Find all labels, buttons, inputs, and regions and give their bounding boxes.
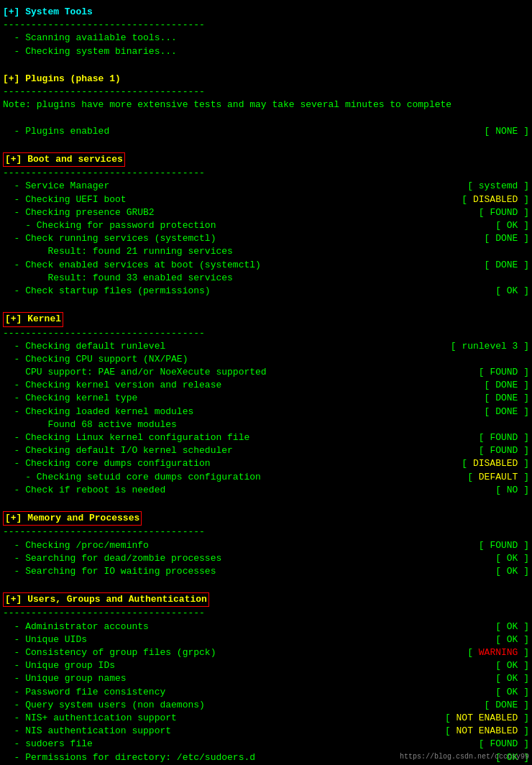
divider-5: ------------------------------------ xyxy=(3,526,529,539)
grub2-status: [ FOUND ] xyxy=(479,206,529,219)
nisplus-auth-line: - NIS+ authentication support [ NOT ENAB… xyxy=(3,712,529,725)
cpu-support-line: - Checking CPU support (NX/PAE) xyxy=(3,353,529,366)
meminfo-status: [ FOUND ] xyxy=(479,539,529,552)
sudoers-file-line: - sudoers file [ FOUND ] xyxy=(3,738,529,751)
grub2-password-line: - Checking for password protection [ OK … xyxy=(3,219,529,232)
core-dumps-text: - Checking core dumps configuration xyxy=(3,457,211,470)
system-tools-header: [+] System Tools xyxy=(3,6,529,19)
password-consistency-text: - Password file consistency xyxy=(3,686,165,699)
runlevel-text: - Checking default runlevel xyxy=(3,340,165,353)
meminfo-line: - Checking /proc/meminfo [ FOUND ] xyxy=(3,539,529,552)
running-services-result: Result: found 21 running services xyxy=(3,245,529,258)
runlevel-status: [ runlevel 3 ] xyxy=(451,340,529,353)
plugins-header: [+] Plugins (phase 1) xyxy=(3,73,529,86)
cpu-support-status: [ FOUND ] xyxy=(479,366,529,379)
runlevel-line: - Checking default runlevel [ runlevel 3… xyxy=(3,340,529,353)
uefi-boot-text: - Checking UEFI boot xyxy=(3,193,127,206)
unique-uids-text: - Unique UIDs xyxy=(3,633,87,646)
divider-2: ------------------------------------ xyxy=(3,86,529,99)
unique-uids-line: - Unique UIDs [ OK ] xyxy=(3,633,529,646)
nisplus-auth-status: [ NOT ENABLED ] xyxy=(445,712,529,725)
watermark: https://blog.csdn.net/ccccsy99 xyxy=(400,752,529,762)
meminfo-text: - Checking /proc/meminfo xyxy=(3,539,149,552)
sudoers-dir-text: - Permissions for directory: /etc/sudoer… xyxy=(3,751,255,764)
nis-auth-text: - NIS authentication support xyxy=(3,725,171,738)
startup-files-text: - Check startup files (permissions) xyxy=(3,285,211,298)
service-manager-text: - Service Manager xyxy=(3,180,109,193)
password-consistency-line: - Password file consistency [ OK ] xyxy=(3,686,529,699)
section-plugins: [+] Plugins (phase 1) ------------------… xyxy=(3,73,529,151)
uefi-boot-line: - Checking UEFI boot [ DISABLED ] xyxy=(3,193,529,206)
io-waiting-text: - Searching for IO waiting processes xyxy=(3,565,216,578)
unique-group-ids-line: - Unique group IDs [ OK ] xyxy=(3,659,529,672)
section-users-groups: [+] Users, Groups and Authentication ---… xyxy=(3,592,529,764)
system-users-line: - Query system users (non daemons) [ DON… xyxy=(3,699,529,712)
io-scheduler-line: - Checking default I/O kernel scheduler … xyxy=(3,444,529,457)
grub2-password-text: - Checking for password protection xyxy=(3,219,216,232)
cpu-support-detail-text: CPU support: PAE and/or NoeXecute suppor… xyxy=(3,366,267,379)
admin-accounts-line: - Administrator accounts [ OK ] xyxy=(3,620,529,633)
kernel-version-line: - Checking kernel version and release [ … xyxy=(3,379,529,392)
unique-group-names-line: - Unique group names [ OK ] xyxy=(3,672,529,685)
terminal-output: [+] System Tools -----------------------… xyxy=(3,6,529,764)
section-system-tools: [+] System Tools -----------------------… xyxy=(3,6,529,71)
setuid-core-dumps-line: - Checking setuid core dumps configurati… xyxy=(3,471,529,484)
kernel-modules-status: [ DONE ] xyxy=(485,406,529,418)
group-files-status: [ WARNING ] xyxy=(467,646,529,659)
kernel-modules-line: - Checking loaded kernel modules [ DONE … xyxy=(3,406,529,418)
kernel-config-status: [ FOUND ] xyxy=(479,431,529,444)
enabled-services-result: Result: found 33 enabled services xyxy=(3,272,529,285)
kernel-header: [+] Kernel xyxy=(3,312,529,326)
sudoers-file-text: - sudoers file xyxy=(3,738,93,751)
startup-files-status: [ OK ] xyxy=(495,285,529,298)
nis-auth-status: [ NOT ENABLED ] xyxy=(445,725,529,738)
kernel-config-line: - Checking Linux kernel configuration fi… xyxy=(3,431,529,444)
group-files-line: - Consistency of group files (grpck) [ W… xyxy=(3,646,529,659)
kernel-version-status: [ DONE ] xyxy=(485,379,529,392)
divider-4: ------------------------------------ xyxy=(3,327,529,340)
section-boot-services: [+] Boot and services ------------------… xyxy=(3,152,529,311)
plugins-enabled-line: - Plugins enabled [ NONE ] xyxy=(3,125,529,138)
io-scheduler-text: - Checking default I/O kernel scheduler xyxy=(3,444,233,457)
unique-uids-status: [ OK ] xyxy=(495,633,529,646)
admin-accounts-status: [ OK ] xyxy=(495,620,529,633)
unique-group-ids-text: - Unique group IDs xyxy=(3,659,115,672)
enabled-services-line: - Check enabled services at boot (system… xyxy=(3,259,529,272)
section-memory-processes: [+] Memory and Processes ---------------… xyxy=(3,511,529,591)
running-services-line: - Check running services (systemctl) [ D… xyxy=(3,232,529,245)
zombie-processes-status: [ OK ] xyxy=(495,552,529,565)
admin-accounts-text: - Administrator accounts xyxy=(3,620,149,633)
line-checking-binaries: - Checking system binaries... xyxy=(3,45,529,58)
service-manager-status: [ systemd ] xyxy=(467,180,529,193)
nis-auth-line: - NIS authentication support [ NOT ENABL… xyxy=(3,725,529,738)
divider-6: ------------------------------------ xyxy=(3,607,529,620)
grub2-password-status: [ OK ] xyxy=(495,219,529,232)
kernel-modules-text: - Checking loaded kernel modules xyxy=(3,406,193,418)
io-waiting-line: - Searching for IO waiting processes [ O… xyxy=(3,565,529,578)
group-files-text: - Consistency of group files (grpck) xyxy=(3,646,216,659)
sudoers-file-status: [ FOUND ] xyxy=(479,738,529,751)
running-services-status: [ DONE ] xyxy=(485,232,529,245)
memory-processes-header: [+] Memory and Processes xyxy=(3,511,529,526)
kernel-type-text: - Checking kernel type xyxy=(3,392,137,405)
note-line: Note: plugins have more extensive tests … xyxy=(3,99,529,111)
enabled-services-status: [ DONE ] xyxy=(485,259,529,272)
users-groups-header: [+] Users, Groups and Authentication xyxy=(3,592,529,607)
reboot-needed-status: [ NO ] xyxy=(495,484,529,497)
kernel-version-text: - Checking kernel version and release xyxy=(3,379,221,392)
setuid-core-dumps-text: - Checking setuid core dumps configurati… xyxy=(3,471,261,484)
nisplus-auth-text: - NIS+ authentication support xyxy=(3,712,177,725)
zombie-processes-text: - Searching for dead/zombie processes xyxy=(3,552,221,565)
zombie-processes-line: - Searching for dead/zombie processes [ … xyxy=(3,552,529,565)
system-users-text: - Query system users (non daemons) xyxy=(3,699,205,712)
kernel-type-status: [ DONE ] xyxy=(485,392,529,405)
line-scanning: - Scanning available tools... xyxy=(3,32,529,45)
kernel-modules-result: Found 68 active modules xyxy=(3,418,529,431)
password-consistency-status: [ OK ] xyxy=(495,686,529,699)
reboot-needed-text: - Check if reboot is needed xyxy=(3,484,165,497)
core-dumps-line: - Checking core dumps configuration [ DI… xyxy=(3,457,529,470)
grub2-line: - Checking presence GRUB2 [ FOUND ] xyxy=(3,206,529,219)
kernel-type-line: - Checking kernel type [ DONE ] xyxy=(3,392,529,405)
unique-group-names-text: - Unique group names xyxy=(3,672,127,685)
io-scheduler-status: [ FOUND ] xyxy=(479,444,529,457)
